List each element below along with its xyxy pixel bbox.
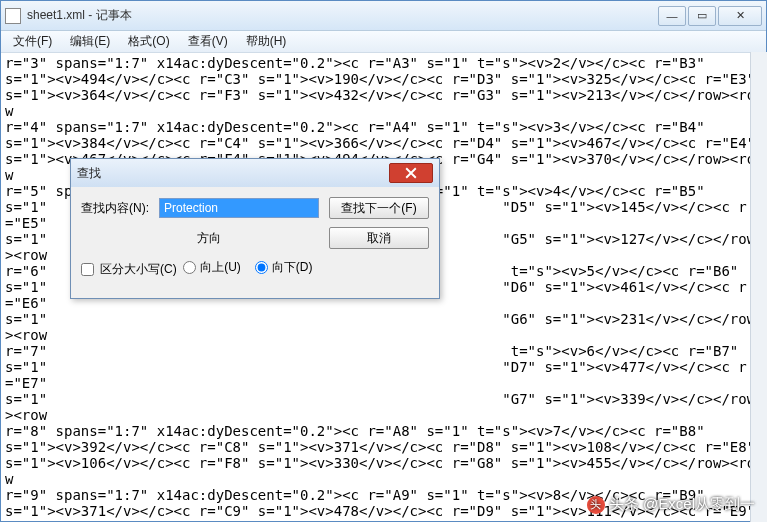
menu-view[interactable]: 查看(V) [180, 31, 236, 52]
window-controls: — ▭ ✕ [658, 6, 762, 26]
watermark-icon: 头 [587, 496, 605, 514]
match-case-checkbox[interactable] [81, 263, 94, 276]
dialog-body: 查找内容(N): 查找下一个(F) 方向 取消 区分大小写(C) 向上(U) 向… [71, 187, 439, 298]
find-next-button[interactable]: 查找下一个(F) [329, 197, 429, 219]
find-dialog: 查找 查找内容(N): 查找下一个(F) 方向 取消 区分大小写(C) [70, 158, 440, 299]
direction-group: 向上(U) 向下(D) [177, 259, 319, 276]
menu-edit[interactable]: 编辑(E) [62, 31, 118, 52]
watermark-text: 头条 @Excel从零到一 [609, 495, 755, 514]
radio-down[interactable]: 向下(D) [255, 259, 313, 276]
close-button[interactable]: ✕ [718, 6, 762, 26]
app-icon [5, 8, 21, 24]
minimize-button[interactable]: — [658, 6, 686, 26]
vertical-scrollbar[interactable] [750, 52, 767, 522]
watermark: 头 头条 @Excel从零到一 [587, 495, 755, 514]
find-input[interactable] [159, 198, 319, 218]
direction-label: 方向 [159, 230, 259, 247]
radio-up[interactable]: 向上(U) [183, 259, 241, 276]
dialog-close-button[interactable] [389, 163, 433, 183]
titlebar[interactable]: sheet1.xml - 记事本 — ▭ ✕ [1, 1, 766, 31]
cancel-button[interactable]: 取消 [329, 227, 429, 249]
dialog-titlebar[interactable]: 查找 [71, 159, 439, 187]
close-icon [405, 167, 417, 179]
menubar: 文件(F) 编辑(E) 格式(O) 查看(V) 帮助(H) [1, 31, 766, 53]
menu-file[interactable]: 文件(F) [5, 31, 60, 52]
menu-format[interactable]: 格式(O) [120, 31, 177, 52]
menu-help[interactable]: 帮助(H) [238, 31, 295, 52]
match-case-label: 区分大小写(C) [100, 261, 177, 278]
dialog-title: 查找 [77, 165, 389, 182]
find-label: 查找内容(N): [81, 200, 159, 217]
maximize-button[interactable]: ▭ [688, 6, 716, 26]
window-title: sheet1.xml - 记事本 [27, 7, 658, 24]
